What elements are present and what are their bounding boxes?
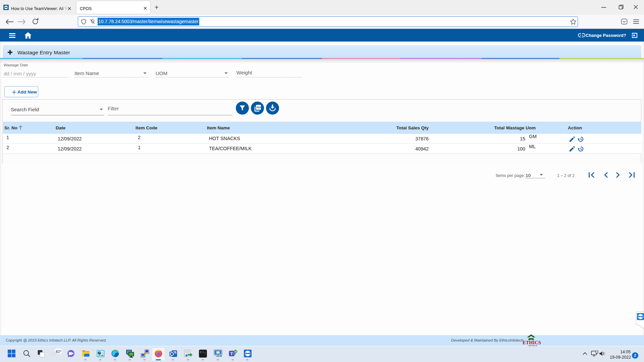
svg-text:ETHICS: ETHICS bbox=[523, 340, 541, 345]
svg-text:PDF: PDF bbox=[257, 106, 261, 109]
svg-text:T: T bbox=[230, 352, 233, 356]
svg-text:82°: 82° bbox=[56, 350, 61, 354]
svg-text:C:\_: C:\_ bbox=[200, 351, 206, 354]
